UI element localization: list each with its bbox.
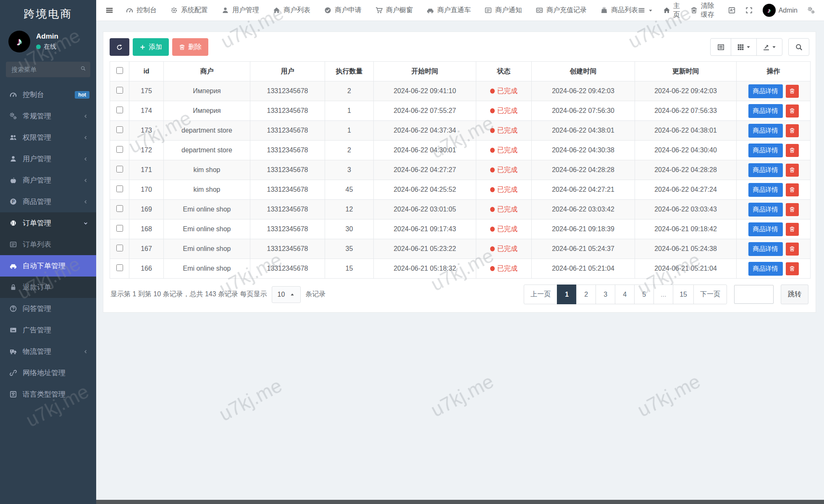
list-view-button[interactable] [710,38,731,56]
fullscreen-icon [745,7,753,14]
product-detail-button[interactable]: 商品详情 [748,222,783,236]
nav-item-merchant-notice[interactable]: 商户通知 [485,6,522,15]
sidebar-item-network-address-manage[interactable]: 网络地址管理 [0,362,96,384]
row-delete-button[interactable] [786,144,799,157]
product-detail-button[interactable]: 商品详情 [748,144,783,157]
page-button-2[interactable]: 2 [576,285,596,304]
row-checkbox[interactable] [116,245,123,251]
sidebar-item-user-manage[interactable]: 用户管理 [0,148,96,170]
row-delete-button[interactable] [786,124,799,137]
row-delete-button[interactable] [786,183,799,196]
page-size-select[interactable]: 10 [272,286,301,303]
next-page-button[interactable]: 下一页 [693,285,727,304]
sidebar-item-console[interactable]: 控制台hot [0,84,96,105]
prev-page-button[interactable]: 上一页 [524,285,557,304]
delete-button[interactable]: 删除 [172,38,208,56]
fullscreen-button[interactable] [745,7,753,14]
menu-search-input[interactable] [6,62,90,77]
sidebar-item-order-manage[interactable]: 订单管理 [0,212,96,234]
sidebar-item-qa-manage[interactable]: 问答管理 [0,298,96,319]
sidebar-item-label: 问答管理 [23,304,51,313]
row-delete-button[interactable] [786,104,799,118]
nav-item-console[interactable]: 控制台 [126,6,157,15]
row-delete-button[interactable] [786,243,799,256]
row-delete-button[interactable] [786,262,799,275]
row-checkbox[interactable] [116,87,123,94]
sidebar-item-auto-order-manage[interactable]: 自动下单管理 [0,255,96,277]
search-icon[interactable] [81,66,86,71]
cell-count: 1 [325,101,374,121]
cell-merchant: kim shop [164,160,250,180]
nav-item-merchant-train[interactable]: 商户直通车 [427,6,471,15]
product-detail-button[interactable]: 商品详情 [748,262,783,276]
settings-button[interactable] [808,7,815,14]
hamburger-icon[interactable] [105,6,113,14]
row-checkbox[interactable] [116,264,123,271]
sidebar-item-order-list[interactable]: 订单列表 [0,234,96,255]
row-delete-button[interactable] [786,164,799,177]
nav-item-merchant-list[interactable]: 商户列表 [273,6,310,15]
sidebar-item-logistics-manage[interactable]: 物流管理 [0,341,96,362]
columns-button[interactable] [731,38,757,56]
sidebar-item-ad-manage[interactable]: 广告管理 [0,319,96,341]
nav-item-merchant-apply[interactable]: 商户申请 [324,6,362,15]
refresh-button[interactable] [110,38,129,56]
product-detail-button[interactable]: 商品详情 [748,242,783,256]
page-button-4[interactable]: 4 [615,285,635,304]
clear-cache-link[interactable]: 清除缓存 [690,2,718,19]
nav-item-system-config[interactable]: 系统配置 [171,6,208,15]
status-label: 已完成 [497,206,517,213]
product-detail-button[interactable]: 商品详情 [748,124,783,138]
nav-item-product-list[interactable]: 商品列表 [601,6,638,15]
row-checkbox[interactable] [116,185,123,192]
row-delete-button[interactable] [786,85,799,98]
row-select-cell [110,259,129,279]
cell-created: 2024-06-22 09:42:03 [532,81,635,101]
chevron-left-icon [81,114,89,119]
sidebar-item-permission-manage[interactable]: 权限管理 [0,127,96,148]
sidebar: 跨境电商 ♪ Admin 在线 控制台hot常规管理权限管理用户管理商户管理P商… [0,0,96,504]
cell-id: 168 [129,219,164,239]
jump-button[interactable]: 跳转 [781,285,808,304]
page-ellipsis: ... [653,285,673,304]
row-checkbox[interactable] [116,107,123,113]
product-detail-button[interactable]: 商品详情 [748,203,783,217]
sidebar-item-language-type-manage[interactable]: 语言类型管理 [0,384,96,405]
select-all-checkbox[interactable] [116,67,123,74]
page-button-1[interactable]: 1 [557,285,577,304]
translate-button[interactable] [728,7,735,14]
row-checkbox[interactable] [116,225,123,232]
cell-actions: 商品详情 [737,180,811,200]
row-delete-button[interactable] [786,203,799,216]
avatar[interactable]: ♪ [8,31,30,52]
table-search-button[interactable] [788,38,809,56]
add-button[interactable]: 添加 [133,38,169,56]
nav-item-merchant-window[interactable]: 商户橱窗 [375,6,413,15]
nav-item-user-manage[interactable]: 用户管理 [222,6,259,15]
row-checkbox[interactable] [116,166,123,172]
row-checkbox[interactable] [116,205,123,212]
sidebar-item-product-manage[interactable]: P商品管理 [0,191,96,212]
product-detail-button[interactable]: 商品详情 [748,183,783,197]
product-detail-button[interactable]: 商品详情 [748,84,783,98]
sidebar-item-general-manage[interactable]: 常规管理 [0,105,96,127]
page-button-15[interactable]: 15 [673,285,694,304]
horizontal-scrollbar[interactable] [96,500,824,504]
nav-list-menu-button[interactable] [638,7,653,14]
row-checkbox[interactable] [116,126,123,133]
export-button[interactable] [756,38,782,56]
row-delete-button[interactable] [786,223,799,236]
user-menu[interactable]: ♪ Admin [763,4,798,17]
page-button-3[interactable]: 3 [596,285,615,304]
nav-item-merchant-recharge[interactable]: 商户充值记录 [536,6,587,15]
product-detail-button[interactable]: 商品详情 [748,163,783,177]
sidebar-item-refund-order[interactable]: 退款订单 [0,277,96,298]
product-detail-button[interactable]: 商品详情 [748,104,783,118]
nav-item-label: 商户通知 [495,6,522,15]
page-jump-input[interactable] [734,285,774,304]
row-checkbox[interactable] [116,146,123,153]
page-button-5[interactable]: 5 [634,285,654,304]
trash-icon [789,246,795,252]
home-link[interactable]: 主页 [663,2,680,19]
sidebar-item-merchant-manage[interactable]: 商户管理 [0,170,96,191]
